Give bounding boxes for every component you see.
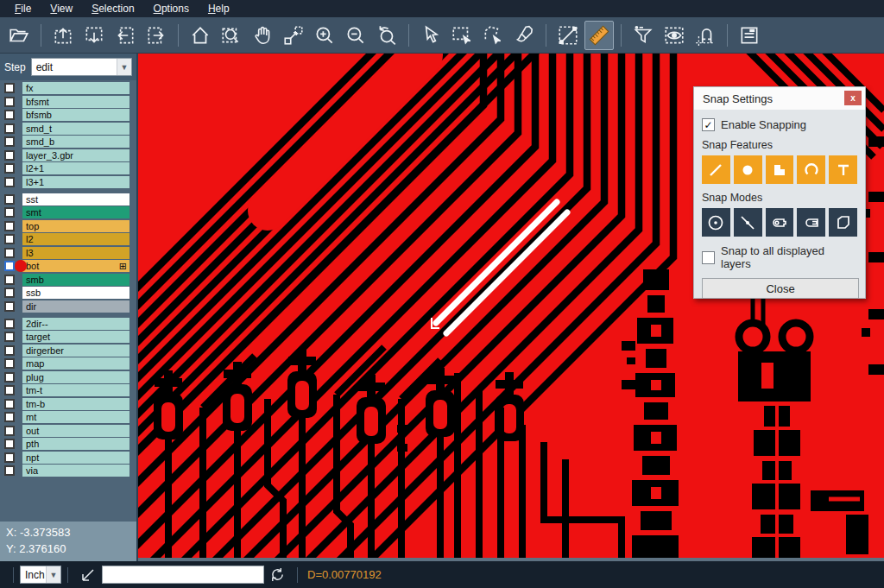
layer-name[interactable]: map [22, 357, 129, 370]
layer-visibility-checkbox[interactable] [4, 97, 15, 107]
layer-name[interactable]: fx [22, 82, 129, 94]
layer-visibility-checkbox[interactable] [4, 207, 15, 218]
pan-hand-icon[interactable] [248, 21, 277, 50]
snap-mode-contour-button[interactable] [829, 208, 857, 237]
snap-feature-arc-button[interactable] [797, 155, 825, 184]
all-layers-row[interactable]: Snap to all displayed layers [702, 244, 857, 270]
layer-visibility-checkbox[interactable] [4, 358, 15, 369]
send-left-icon[interactable] [110, 21, 140, 50]
layer-visibility-checkbox[interactable] [4, 194, 15, 205]
enable-snapping-row[interactable]: ✓ Enable Snapping [702, 118, 857, 131]
layer-visibility-checkbox[interactable] [4, 261, 15, 271]
layer-name[interactable]: pth [22, 438, 129, 450]
layer-row-via[interactable]: via [0, 465, 136, 477]
layer-name[interactable]: 2dir-- [22, 318, 129, 330]
angle-measure-icon[interactable] [79, 566, 97, 584]
layer-row-sst[interactable]: sst [0, 193, 136, 205]
menu-help[interactable]: Help [199, 0, 239, 17]
snap-feature-surface-button[interactable] [766, 155, 794, 184]
layer-name[interactable]: l2+1 [22, 162, 129, 174]
layer-visibility-checkbox[interactable] [4, 288, 15, 298]
paint-brush-icon[interactable] [509, 21, 539, 50]
snap-feature-text-button[interactable] [829, 155, 857, 184]
dialog-title-bar[interactable]: Snap Settings x [694, 87, 865, 110]
layer-visibility-checkbox[interactable] [4, 177, 15, 187]
layer-visibility-checkbox[interactable] [4, 412, 15, 422]
layer-row-dir[interactable]: dir [0, 300, 136, 313]
sync-refresh-icon[interactable] [269, 566, 286, 583]
layer-visibility-checkbox[interactable] [4, 439, 15, 449]
layer-name[interactable]: smt [22, 206, 129, 218]
layer-name[interactable]: plug [22, 371, 129, 383]
measure-ruler-icon[interactable] [584, 21, 614, 50]
zoom-in-icon[interactable] [310, 21, 339, 50]
snap-mode-center-button[interactable] [702, 208, 730, 237]
zoom-window-icon[interactable] [217, 21, 246, 50]
menu-selection[interactable]: Selection [82, 0, 143, 17]
menu-file[interactable]: File [5, 0, 41, 17]
layer-name[interactable]: l3+1 [22, 176, 129, 188]
dialog-close-icon[interactable]: x [844, 91, 862, 105]
zoom-previous-icon[interactable] [372, 21, 401, 50]
layer-visibility-checkbox[interactable] [4, 372, 15, 383]
layer-name[interactable]: ssb [22, 287, 129, 299]
layer-name[interactable]: layer_3.gbr [22, 149, 129, 161]
layer-row-l2[interactable]: l2 [0, 233, 136, 245]
menu-view[interactable]: View [41, 0, 82, 17]
snap-mode-closest-point-button[interactable] [734, 208, 762, 237]
step-select[interactable]: edit ▼ [31, 58, 132, 76]
layer-row-bfsmt[interactable]: bfsmt [0, 96, 136, 108]
layer-name[interactable]: out [22, 425, 129, 437]
send-to-bottom-icon[interactable] [79, 21, 109, 50]
layer-name[interactable]: dirgerber [22, 345, 129, 357]
snap-magnet-icon[interactable] [691, 21, 720, 50]
layer-name[interactable]: bot⊞ [22, 260, 129, 272]
layer-visibility-checkbox[interactable] [4, 110, 15, 120]
send-right-icon[interactable] [142, 21, 171, 50]
layer-name[interactable]: bfsmt [22, 96, 129, 108]
layer-name[interactable]: smb [22, 274, 129, 286]
layer-visibility-checkbox[interactable] [4, 83, 15, 93]
layer-row-2dir--[interactable]: 2dir-- [0, 318, 136, 330]
snap-feature-pad-button[interactable] [734, 155, 762, 184]
layer-row-ssb[interactable]: ssb [0, 287, 136, 299]
layer-row-smd_b[interactable]: smd_b [0, 136, 136, 148]
layer-visibility-checkbox[interactable] [4, 319, 15, 329]
select-pointer-icon[interactable] [416, 21, 445, 50]
layer-visibility-checkbox[interactable] [4, 221, 15, 231]
layer-name[interactable]: l2 [22, 233, 129, 245]
layer-row-mt[interactable]: mt [0, 411, 136, 423]
layer-row-npt[interactable]: npt [0, 452, 136, 464]
layer-row-dirgerber[interactable]: dirgerber [0, 345, 136, 357]
layer-visibility-checkbox[interactable] [4, 123, 15, 134]
layer-visibility-checkbox[interactable] [4, 452, 15, 463]
home-view-icon[interactable] [186, 21, 215, 50]
enable-snapping-checkbox[interactable]: ✓ [702, 118, 715, 131]
layer-name[interactable]: l3 [22, 247, 129, 259]
select-polygon-icon[interactable] [478, 21, 508, 50]
layer-visibility-checkbox[interactable] [4, 426, 15, 436]
layer-row-fx[interactable]: fx [0, 82, 136, 94]
layer-visibility-checkbox[interactable] [4, 399, 15, 409]
layer-visibility-checkbox[interactable] [4, 301, 15, 312]
measure-line-icon[interactable] [553, 21, 583, 50]
menu-options[interactable]: Options [144, 0, 199, 17]
layer-row-smb[interactable]: smb [0, 274, 136, 286]
close-button[interactable]: Close [702, 278, 859, 299]
measure-input[interactable] [102, 566, 264, 584]
layer-name[interactable]: dir [22, 300, 129, 313]
layer-row-pth[interactable]: pth [0, 438, 136, 450]
layer-visibility-checkbox[interactable] [4, 234, 15, 244]
layer-row-l2+1[interactable]: l2+1 [0, 162, 136, 174]
snap-mode-slot-end-button[interactable] [766, 208, 794, 237]
layer-visibility-checkbox[interactable] [4, 150, 15, 161]
open-folder-icon[interactable] [4, 21, 34, 50]
layer-visibility-checkbox[interactable] [4, 275, 15, 285]
layer-row-smt[interactable]: smt [0, 206, 136, 218]
layer-row-plug[interactable]: plug [0, 371, 136, 383]
layer-name[interactable]: tm-t [22, 384, 129, 396]
unit-select[interactable]: Inch ▼ [20, 566, 61, 584]
move-vertex-icon[interactable] [279, 21, 308, 50]
all-layers-checkbox[interactable] [702, 251, 715, 264]
layer-row-tm-t[interactable]: tm-t [0, 384, 136, 396]
